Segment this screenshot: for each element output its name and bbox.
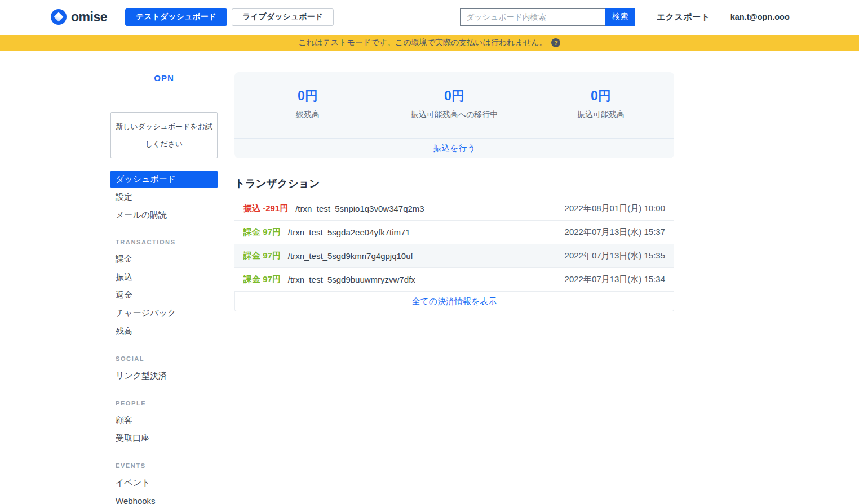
sidebar-item-payment-links[interactable]: リンク型決済: [110, 367, 218, 385]
help-question-icon[interactable]: ?: [551, 38, 560, 47]
transaction-row[interactable]: 課金 97円 /trxn_test_5sgda2ee04yfk7tim71 20…: [234, 221, 674, 244]
sidebar-item-charges[interactable]: 課金: [110, 250, 218, 268]
transaction-id: /trxn_test_5sgd9buuwmryzvw7dfx: [288, 275, 415, 284]
dashboard-search: 検索: [460, 8, 635, 26]
transaction-id: /trxn_test_5sgd9kmn7g4gpjq10uf: [288, 251, 413, 261]
transaction-type-amount: 課金 97円: [243, 274, 281, 285]
sidebar-item-settings[interactable]: 設定: [110, 189, 218, 206]
transaction-date: 2022年07月13日(水) 15:35: [565, 251, 665, 261]
transferable-balance: 0円 振込可能残高: [528, 87, 674, 120]
omise-logo-icon: [51, 9, 67, 25]
top-header: omise テストダッシュボード ライブダッシュボード 検索 エクスポート ka…: [0, 0, 859, 34]
transactions-list: 振込 -291円 /trxn_test_5snpio1q3v0w347q2m3 …: [234, 197, 674, 311]
sidebar-item-refunds[interactable]: 返金: [110, 286, 218, 304]
omise-logo-text: omise: [71, 10, 107, 25]
balance-card: 0円 総残高 0円 振込可能残高への移行中 0円 振込可能残高 振込を行う: [234, 72, 674, 158]
account-name-link[interactable]: OPN: [110, 66, 218, 92]
sidebar-item-events[interactable]: イベント: [110, 474, 218, 492]
sidebar: OPN 新しいダッシュボードをお試しください ダッシュボード 設定 メールの購読…: [110, 66, 218, 504]
search-button[interactable]: 検索: [605, 8, 635, 26]
sidebar-item-dashboard[interactable]: ダッシュボード: [110, 171, 218, 188]
user-email[interactable]: kan.t@opn.ooo: [730, 12, 790, 21]
new-dashboard-notice[interactable]: 新しいダッシュボードをお試しください: [110, 112, 218, 158]
section-title-events: EVENTS: [110, 462, 218, 469]
sidebar-item-chargebacks[interactable]: チャージバック: [110, 304, 218, 322]
omise-logo[interactable]: omise: [51, 9, 107, 25]
sidebar-item-webhooks[interactable]: Webhooks: [110, 492, 218, 504]
sidebar-item-recipients[interactable]: 受取口座: [110, 429, 218, 447]
sidebar-divider: [110, 92, 218, 92]
total-balance: 0円 総残高: [234, 87, 381, 120]
view-all-payments-link[interactable]: 全ての決済情報を表示: [411, 296, 497, 307]
test-mode-banner: これはテストモードです。この環境で実際の支払いは行われません。 ?: [0, 35, 859, 51]
transaction-date: 2022年08月01日(月) 10:00: [565, 203, 665, 214]
test-mode-message: これはテストモードです。この環境で実際の支払いは行われません。: [299, 38, 547, 48]
sidebar-item-customers[interactable]: 顧客: [110, 411, 218, 429]
balance-card-footer: 振込を行う: [234, 138, 674, 158]
total-balance-label: 総残高: [234, 110, 381, 120]
sidebar-item-transfers[interactable]: 振込: [110, 268, 218, 286]
main-content: 0円 総残高 0円 振込可能残高への移行中 0円 振込可能残高 振込を行う トラ…: [234, 72, 674, 311]
transaction-row[interactable]: 課金 97円 /trxn_test_5sgd9kmn7g4gpjq10uf 20…: [234, 244, 674, 268]
balance-summary: 0円 総残高 0円 振込可能残高への移行中 0円 振込可能残高: [234, 72, 674, 120]
transaction-type-amount: 振込 -291円: [243, 203, 288, 214]
test-dashboard-button[interactable]: テストダッシュボード: [125, 8, 227, 26]
transaction-id: /trxn_test_5snpio1q3v0w347q2m3: [295, 204, 424, 213]
section-title-social: SOCIAL: [110, 355, 218, 362]
transaction-type-amount: 課金 97円: [243, 227, 281, 238]
live-dashboard-button[interactable]: ライブダッシュボード: [232, 8, 334, 26]
pending-balance-label: 振込可能残高への移行中: [381, 110, 528, 120]
sidebar-item-mail-subscription[interactable]: メールの購読: [110, 207, 218, 224]
section-title-transactions: TRANSACTIONS: [110, 239, 218, 246]
transferable-balance-label: 振込可能残高: [528, 110, 674, 120]
transaction-date: 2022年07月13日(水) 15:34: [565, 274, 665, 285]
export-button[interactable]: エクスポート: [657, 12, 710, 23]
transactions-footer: 全ての決済情報を表示: [234, 292, 674, 311]
transferable-balance-amount: 0円: [528, 87, 674, 105]
section-title-people: PEOPLE: [110, 400, 218, 407]
total-balance-amount: 0円: [234, 87, 381, 105]
transaction-date: 2022年07月13日(水) 15:37: [565, 227, 665, 238]
search-input[interactable]: [460, 8, 605, 26]
transaction-id: /trxn_test_5sgda2ee04yfk7tim71: [288, 228, 410, 237]
transaction-type-amount: 課金 97円: [243, 251, 281, 261]
transactions-title: トランザクション: [234, 176, 674, 190]
sidebar-main-menu: ダッシュボード 設定 メールの購読: [110, 171, 218, 224]
make-transfer-link[interactable]: 振込を行う: [433, 143, 476, 154]
pending-balance: 0円 振込可能残高への移行中: [381, 87, 528, 120]
transaction-row[interactable]: 振込 -291円 /trxn_test_5snpio1q3v0w347q2m3 …: [234, 197, 674, 221]
pending-balance-amount: 0円: [381, 87, 528, 105]
sidebar-item-balance[interactable]: 残高: [110, 322, 218, 340]
transaction-row[interactable]: 課金 97円 /trxn_test_5sgd9buuwmryzvw7dfx 20…: [234, 268, 674, 292]
